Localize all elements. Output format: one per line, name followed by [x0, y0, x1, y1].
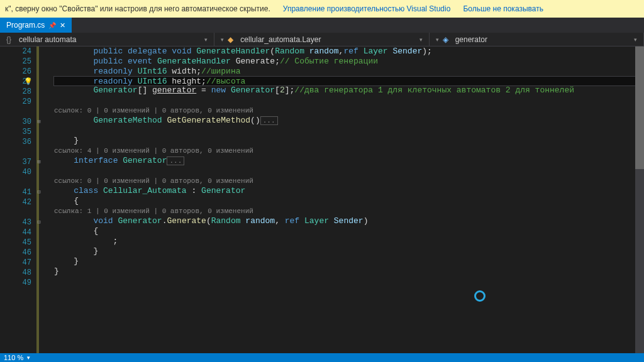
chevron-down-icon: ▾	[221, 36, 224, 43]
codelens[interactable]: ссылок: 0 | 0 изменений | 0 авторов, 0 и…	[54, 107, 253, 114]
perf-link[interactable]: Управление производительностью Visual St…	[283, 4, 451, 13]
class-icon: ◆	[228, 35, 236, 44]
collapsed-region[interactable]: ...	[260, 116, 278, 125]
tab-bar: Program.cs 📌 ✕	[0, 18, 644, 33]
fold-icon[interactable]: ⊞	[35, 117, 43, 127]
file-tab[interactable]: Program.cs 📌 ✕	[0, 18, 72, 33]
line-gutter: 24 25 26 27💡 28 29 30⊞ 35 36 37⊞ 40 41⊟ …	[0, 47, 39, 353]
tab-label: Program.cs	[6, 21, 45, 30]
fold-icon[interactable]: ⊟	[35, 187, 43, 197]
breadcrumb-member[interactable]: ▾ ◈ generator ▾	[430, 33, 644, 46]
breadcrumb-class[interactable]: ▾ ◆ cellular_automata.Layer ▾	[214, 33, 429, 46]
notification-bar: к", сверну окно "Свойства" или настроив …	[0, 0, 644, 18]
chevron-down-icon: ▾	[436, 36, 439, 43]
close-icon[interactable]: ✕	[60, 21, 65, 30]
code-editor[interactable]: 24 25 26 27💡 28 29 30⊞ 35 36 37⊞ 40 41⊟ …	[0, 47, 644, 353]
vertical-scrollbar[interactable]	[635, 47, 644, 353]
chevron-down-icon: ▾	[634, 36, 637, 43]
zoom-level[interactable]: 110 %	[4, 354, 23, 361]
fold-icon[interactable]: ⊟	[35, 217, 43, 228]
notification-text: к", сверну окно "Свойства" или настроив …	[5, 4, 270, 13]
code-area[interactable]: public delegate void GenerateHandler(Ran…	[50, 47, 644, 353]
status-bar: 110 % ▼	[0, 353, 644, 362]
breadcrumb-bar: {} cellular automata ▾ ▾ ◆ cellular_auto…	[0, 33, 644, 47]
fold-icon[interactable]: ⊞	[35, 157, 43, 167]
chevron-down-icon[interactable]: ▼	[26, 355, 31, 361]
chevron-down-icon: ▾	[419, 36, 423, 43]
chevron-down-icon: ▾	[204, 36, 208, 43]
namespace-icon: {}	[6, 35, 15, 44]
collapsed-region[interactable]: ...	[167, 156, 184, 165]
pin-icon[interactable]: 📌	[48, 22, 56, 29]
codelens[interactable]: ссылка: 1 | 0 изменений | 0 авторов, 0 и…	[54, 207, 253, 215]
field-icon: ◈	[443, 35, 452, 44]
fold-margin	[39, 47, 50, 353]
dismiss-link[interactable]: Больше не показывать	[463, 4, 543, 13]
lightbulb-icon[interactable]: 💡	[24, 77, 33, 87]
breadcrumb-namespace[interactable]: {} cellular automata ▾	[0, 33, 214, 46]
busy-cursor-icon	[474, 290, 486, 302]
codelens[interactable]: ссылок: 0 | 0 изменений | 0 авторов, 0 и…	[54, 177, 253, 185]
codelens[interactable]: ссылок: 4 | 0 изменений | 0 авторов, 0 и…	[54, 147, 253, 155]
